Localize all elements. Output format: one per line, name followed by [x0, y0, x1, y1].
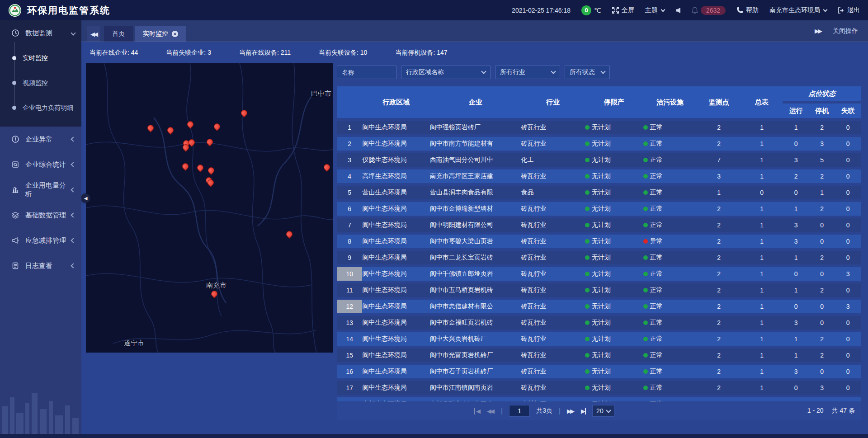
- map-panel[interactable]: 巴中市南充市遂宁市: [86, 63, 333, 353]
- sound-toggle[interactable]: [675, 7, 681, 14]
- content-area: 巴中市南充市遂宁市 ◀ 行政区域名称 所有行业 所有状: [81, 63, 868, 438]
- status-filter-select[interactable]: 所有状态: [565, 66, 610, 79]
- sidebar-item-3[interactable]: 企业用电量分析: [0, 177, 81, 203]
- total-meter-cell: 1: [741, 267, 783, 281]
- map-collapse-button[interactable]: ◀: [81, 193, 90, 203]
- monitor-count-cell: 2: [697, 267, 741, 281]
- sidebar-subitem[interactable]: 企业电力负荷明细: [0, 95, 81, 120]
- sidebar-item-2[interactable]: 企业综合统计: [0, 152, 81, 177]
- last-page-button[interactable]: ▶: [581, 408, 586, 414]
- org-menu[interactable]: 南充市生态环境局: [769, 6, 827, 14]
- industry-filter-select[interactable]: 所有行业: [495, 66, 560, 79]
- limit-status-cell: 无计划: [585, 218, 643, 232]
- facility-status-cell: 正常: [643, 283, 697, 297]
- page-size-select[interactable]: 20: [592, 405, 614, 417]
- logout-button[interactable]: 退出: [838, 6, 860, 14]
- region-filter-select[interactable]: 行政区域名称: [401, 66, 491, 79]
- name-filter-field[interactable]: [337, 66, 396, 79]
- limit-status-cell: 无计划: [585, 121, 643, 134]
- lost-count-cell: 0: [835, 365, 861, 378]
- run-count-cell: 3: [783, 365, 809, 378]
- bullet-icon: [12, 106, 16, 110]
- industry-cell: 砖瓦行业: [521, 137, 585, 151]
- sidebar-subitem[interactable]: 视频监控: [0, 71, 81, 95]
- status-dot-green: [585, 190, 590, 195]
- first-page-button[interactable]: ◀: [474, 408, 481, 414]
- name-filter-input[interactable]: [342, 69, 392, 76]
- theme-menu[interactable]: 主题: [645, 6, 665, 14]
- skyline-watermark: [0, 379, 81, 438]
- table-row[interactable]: 4高坪生态环境局南充市高坪区王家店建砖瓦行业无计划正常31220: [337, 170, 861, 183]
- sidebar-item-5[interactable]: 应急减排管理: [0, 228, 81, 253]
- table-row[interactable]: 9阆中生态环境局阆中市二龙长宝页岩砖砖瓦行业无计划正常21120: [337, 251, 861, 264]
- tab-bar: ◀◀ 首页实时监控× ▶▶ 关闭操作: [81, 20, 868, 42]
- close-operations-menu[interactable]: 关闭操作: [833, 27, 858, 35]
- map-city-label: 遂宁市: [124, 339, 144, 348]
- fullscreen-button[interactable]: 全屏: [612, 6, 634, 14]
- chevron-left-icon: [71, 212, 75, 217]
- limit-status-cell: 无计划: [585, 349, 643, 362]
- next-page-button[interactable]: ▶▶: [567, 408, 575, 414]
- table-header: 行政区域 企业 行业 停限产 治污设施 监测点 总表 点位状态 运行 停机: [337, 86, 861, 118]
- help-button[interactable]: 帮助: [736, 6, 759, 14]
- row-index-cell: 8: [337, 235, 362, 248]
- table-row[interactable]: 6阆中生态环境局阆中市金博瑞新型墙材砖瓦行业无计划正常21120: [337, 202, 861, 216]
- tab-active[interactable]: 实时监控×: [135, 26, 186, 42]
- bullet-icon: [12, 56, 16, 60]
- industry-cell: 食品: [521, 186, 585, 199]
- row-index-cell: 15: [337, 349, 362, 362]
- company-cell: 阆中市忠信建材有限公: [430, 300, 521, 313]
- map-city-label: 巴中市: [311, 89, 331, 98]
- main-area: ◀◀ 首页实时监控× ▶▶ 关闭操作 当前在线企业: 44当前失联企业: 3当前…: [81, 20, 868, 438]
- status-dot-green: [585, 223, 590, 227]
- table-row[interactable]: 11阆中生态环境局阆中市五马桥页岩机砖砖瓦行业无计划正常21120: [337, 283, 861, 297]
- table-row[interactable]: 2阆中生态环境局阆中市南方节能建材有砖瓦行业无计划正常21030: [337, 137, 861, 151]
- prev-page-button[interactable]: ◀◀: [487, 408, 495, 414]
- monitor-count-cell: 1: [697, 186, 741, 199]
- table-row[interactable]: 3仪陇生态环境局西南油气田分公司川中化工无计划正常71350: [337, 153, 861, 167]
- notifications[interactable]: 2632: [692, 6, 726, 15]
- stat-item: 当前在线设备: 211: [239, 49, 291, 57]
- lost-count-cell: 0: [835, 332, 861, 346]
- table-row[interactable]: 14阆中生态环境局阆中大兴页岩机砖厂砖瓦行业无计划正常21120: [337, 332, 861, 346]
- lost-count-cell: 0: [835, 316, 861, 330]
- table-row[interactable]: 15阆中生态环境局阆中市光富页岩机砖厂砖瓦行业无计划正常21120: [337, 349, 861, 362]
- table-row[interactable]: 8阆中生态环境局阆中市枣碧大梁山页岩砖瓦行业无计划异常21300: [337, 235, 861, 248]
- facility-status-cell: 正常: [643, 137, 697, 151]
- table-row[interactable]: 16阆中生态环境局阆中市石子页岩机砖厂砖瓦行业无计划正常21300: [337, 365, 861, 378]
- facility-status-cell: 正常: [643, 251, 697, 264]
- tab-item[interactable]: 首页: [104, 26, 133, 42]
- table-row[interactable]: 7阆中生态环境局阆中明阳建材有限公司砖瓦行业无计划正常21300: [337, 218, 861, 232]
- table-row[interactable]: 10阆中生态环境局阆中千佛镇五郎垭页岩砖瓦行业无计划正常21003: [337, 267, 861, 281]
- region-cell: 阆中生态环境局: [362, 121, 429, 134]
- run-count-cell: 1: [783, 332, 809, 346]
- status-dot-green: [585, 174, 590, 179]
- sidebar-item-1[interactable]: 企业异常: [0, 127, 81, 152]
- row-index-cell: 2: [337, 137, 362, 151]
- lost-count-cell: 0: [835, 235, 861, 248]
- lost-count-cell: 0: [835, 218, 861, 232]
- table-row[interactable]: 12阆中生态环境局阆中市忠信建材有限公砖瓦行业无计划正常21003: [337, 300, 861, 313]
- sidebar-item-0[interactable]: 数据监测: [0, 20, 81, 46]
- table-row[interactable]: 1阆中生态环境局阆中强锐页岩砖厂砖瓦行业无计划正常21120: [337, 121, 861, 134]
- table-row[interactable]: 17阆中生态环境局阆中市江南镇阆南页岩砖瓦行业无计划正常21030: [337, 381, 861, 395]
- monitor-count-cell: 2: [697, 381, 741, 395]
- region-cell: 高坪生态环境局: [362, 170, 429, 183]
- tab-close-icon[interactable]: ×: [172, 31, 178, 37]
- col-header-company: 企业: [430, 86, 521, 118]
- status-dot-green: [643, 288, 648, 292]
- sidebar-item-6[interactable]: 日志查看: [0, 253, 81, 278]
- bullet-icon: [12, 81, 16, 85]
- sidebar: 数据监测实时监控视频监控企业电力负荷明细企业异常企业综合统计企业用电量分析基础数…: [0, 20, 81, 438]
- tabs-scroll-right-icon[interactable]: ▶▶: [815, 28, 821, 34]
- sidebar-subitem[interactable]: 实时监控: [0, 46, 81, 71]
- stop-count-cell: 2: [809, 332, 835, 346]
- tabs-scroll-left-icon[interactable]: ◀◀: [87, 26, 100, 42]
- page-number-input[interactable]: [509, 405, 530, 417]
- table-row[interactable]: 13阆中生态环境局阆中市金福旺页岩机砖砖瓦行业无计划正常21300: [337, 316, 861, 330]
- company-cell: 阆中市石子页岩机砖厂: [430, 365, 521, 378]
- sidebar-item-4[interactable]: 基础数据管理: [0, 203, 81, 228]
- table-row[interactable]: 5营山生态环境局营山县润丰肉食品有限食品无计划正常10010: [337, 186, 861, 199]
- stop-count-cell: 0: [809, 267, 835, 281]
- status-dot-green: [585, 369, 590, 374]
